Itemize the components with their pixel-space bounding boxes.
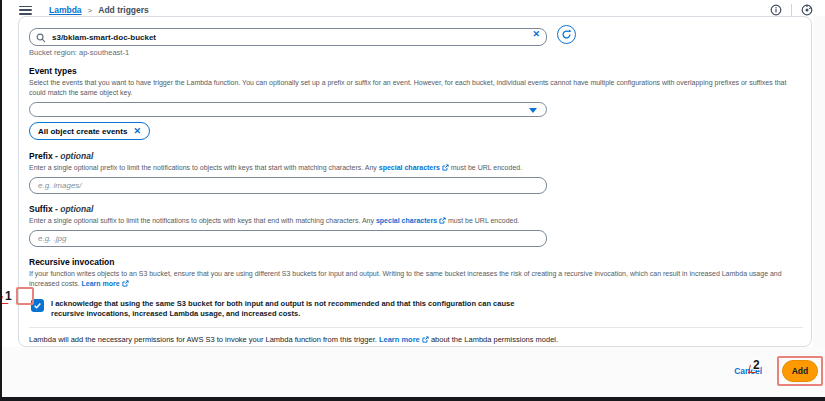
- external-link-icon: [422, 336, 429, 345]
- breadcrumb: Lambda > Add triggers: [49, 5, 149, 15]
- scrollbar-track[interactable]: [813, 16, 825, 347]
- external-link-icon: [439, 217, 446, 227]
- annotation-mark-1: 1: [5, 289, 12, 303]
- external-link-icon: [442, 164, 449, 174]
- clear-search-icon[interactable]: ✕: [532, 28, 540, 40]
- suffix-special-characters-link[interactable]: special characters: [376, 217, 437, 224]
- prefix-special-characters-link[interactable]: special characters: [379, 164, 440, 171]
- recursive-learn-more-link[interactable]: Learn more: [82, 280, 120, 287]
- breadcrumb-current-page: Add triggers: [98, 5, 149, 15]
- check-icon: [33, 301, 42, 310]
- breadcrumb-lambda-link[interactable]: Lambda: [49, 5, 82, 15]
- bucket-search-box: ✕: [29, 26, 547, 44]
- window-left-edge: [0, 0, 2, 401]
- suffix-input[interactable]: [29, 230, 547, 247]
- prefix-description: Enter a single optional prefix to limit …: [29, 163, 795, 174]
- suffix-optional-label: - optional: [55, 204, 93, 214]
- event-type-tag-label: All object create events: [38, 127, 127, 136]
- recursive-invocation-heading: Recursive invocation: [29, 257, 801, 267]
- search-icon: [36, 29, 46, 39]
- permissions-learn-more-link[interactable]: Learn more: [379, 335, 420, 344]
- event-types-select[interactable]: [29, 102, 547, 117]
- recursive-invocation-description: If your function writes objects to an S3…: [29, 269, 799, 290]
- prefix-heading: Prefix - optional: [29, 151, 801, 161]
- s3-trigger-config-panel: ✕ Bucket region: ap-southeast-1 Event ty…: [18, 16, 812, 347]
- chevron-right-icon: >: [88, 6, 93, 15]
- lambda-add-triggers-screen: Lambda > Add triggers ✕: [0, 0, 825, 401]
- footer-background: [2, 347, 825, 397]
- chevron-down-icon: [529, 108, 537, 113]
- cancel-button[interactable]: Cancel: [734, 366, 762, 376]
- refresh-button[interactable]: [557, 25, 576, 44]
- info-icon[interactable]: [770, 4, 782, 16]
- window-bottom-edge: [0, 397, 825, 401]
- prefix-optional-label: - optional: [55, 151, 93, 161]
- add-button[interactable]: Add: [782, 360, 818, 382]
- bucket-search-input[interactable]: [29, 28, 547, 46]
- external-link-icon: [122, 280, 129, 290]
- gear-icon[interactable]: [801, 4, 813, 16]
- acknowledge-label: I acknowledge that using the same S3 buc…: [51, 299, 536, 319]
- footer-actions: Cancel Add: [734, 360, 818, 382]
- remove-tag-icon[interactable]: ✕: [133, 126, 141, 136]
- event-type-tag: All object create events ✕: [29, 122, 150, 140]
- suffix-description: Enter a single optional suffix to limit …: [29, 216, 795, 227]
- suffix-heading: Suffix - optional: [29, 204, 801, 214]
- prefix-input[interactable]: [29, 177, 547, 194]
- event-types-description: Select the events that you want to have …: [29, 78, 795, 98]
- permissions-note: Lambda will add the necessary permission…: [29, 335, 801, 345]
- acknowledge-checkbox[interactable]: [31, 299, 44, 312]
- bucket-region-text: Bucket region: ap-southeast-1: [29, 48, 801, 57]
- hamburger-menu-icon[interactable]: [19, 6, 32, 15]
- event-types-heading: Event types: [29, 66, 801, 76]
- section-divider: [29, 327, 803, 328]
- topbar-divider: [791, 4, 792, 17]
